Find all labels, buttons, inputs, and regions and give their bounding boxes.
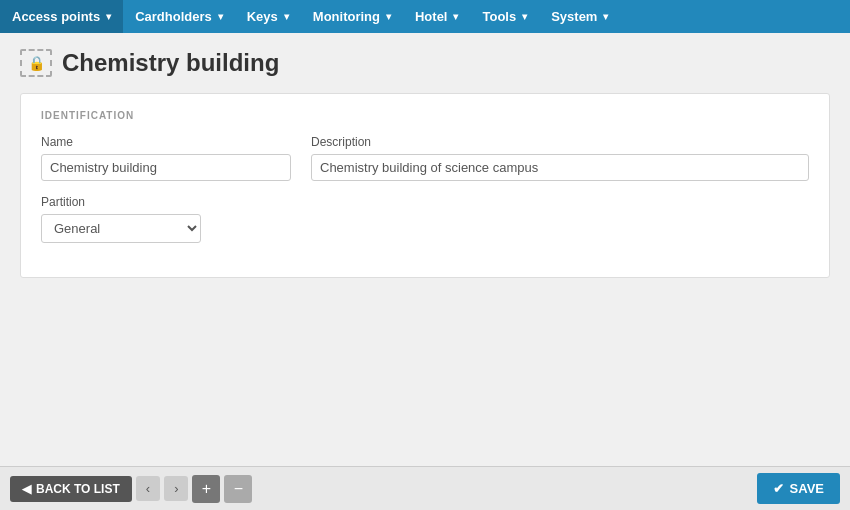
nav-tools-chevron: ▾ xyxy=(522,11,527,22)
desc-input[interactable] xyxy=(311,154,809,181)
nav-keys-label: Keys xyxy=(247,9,278,24)
partition-select[interactable]: General Admin Science Other xyxy=(41,214,201,243)
nav-system-label: System xyxy=(551,9,597,24)
back-arrow-icon: ◀ xyxy=(22,482,31,496)
nav-hotel-label: Hotel xyxy=(415,9,448,24)
nav-tools[interactable]: Tools ▾ xyxy=(470,0,539,33)
prev-button[interactable]: ‹ xyxy=(136,476,160,501)
page-title: Chemistry building xyxy=(62,49,279,77)
nav-hotel-chevron: ▾ xyxy=(453,11,458,22)
save-label: SAVE xyxy=(790,481,824,496)
nav-cardholders[interactable]: Cardholders ▾ xyxy=(123,0,235,33)
page-content: 🔒 Chemistry building IDENTIFICATION Name… xyxy=(0,33,850,466)
nav-access-points-chevron: ▾ xyxy=(106,11,111,22)
add-button[interactable]: + xyxy=(192,475,220,503)
section-label: IDENTIFICATION xyxy=(41,110,809,121)
nav-keys-chevron: ▾ xyxy=(284,11,289,22)
nav-system[interactable]: System ▾ xyxy=(539,0,620,33)
plus-icon: + xyxy=(202,480,211,498)
remove-button[interactable]: − xyxy=(224,475,252,503)
back-to-list-button[interactable]: ◀ BACK TO LIST xyxy=(10,476,132,502)
bottom-left-controls: ◀ BACK TO LIST ‹ › + − xyxy=(10,475,252,503)
nav-monitoring-chevron: ▾ xyxy=(386,11,391,22)
page-title-row: 🔒 Chemistry building xyxy=(20,49,830,77)
next-icon: › xyxy=(174,481,178,496)
nav-access-points-label: Access points xyxy=(12,9,100,24)
back-to-list-label: BACK TO LIST xyxy=(36,482,120,496)
nav-hotel[interactable]: Hotel ▾ xyxy=(403,0,471,33)
bottom-bar: ◀ BACK TO LIST ‹ › + − ✔ SAVE xyxy=(0,466,850,510)
desc-label: Description xyxy=(311,135,809,149)
name-label: Name xyxy=(41,135,291,149)
partition-group: Partition General Admin Science Other xyxy=(41,195,201,243)
desc-group: Description xyxy=(311,135,809,181)
nav-access-points[interactable]: Access points ▾ xyxy=(0,0,123,33)
next-button[interactable]: › xyxy=(164,476,188,501)
save-button[interactable]: ✔ SAVE xyxy=(757,473,840,504)
minus-icon: − xyxy=(234,480,243,498)
lock-symbol: 🔒 xyxy=(28,55,45,71)
nav-tools-label: Tools xyxy=(482,9,516,24)
nav-keys[interactable]: Keys ▾ xyxy=(235,0,301,33)
nav-cardholders-chevron: ▾ xyxy=(218,11,223,22)
nav-cardholders-label: Cardholders xyxy=(135,9,212,24)
prev-icon: ‹ xyxy=(146,481,150,496)
name-group: Name xyxy=(41,135,291,181)
name-desc-row: Name Description xyxy=(41,135,809,181)
nav-monitoring[interactable]: Monitoring ▾ xyxy=(301,0,403,33)
nav-monitoring-label: Monitoring xyxy=(313,9,380,24)
nav-system-chevron: ▾ xyxy=(603,11,608,22)
partition-row: Partition General Admin Science Other xyxy=(41,195,809,243)
identification-card: IDENTIFICATION Name Description Partitio… xyxy=(20,93,830,278)
partition-label: Partition xyxy=(41,195,201,209)
save-checkmark-icon: ✔ xyxy=(773,481,784,496)
lock-icon: 🔒 xyxy=(20,49,52,77)
name-input[interactable] xyxy=(41,154,291,181)
navbar: Access points ▾ Cardholders ▾ Keys ▾ Mon… xyxy=(0,0,850,33)
